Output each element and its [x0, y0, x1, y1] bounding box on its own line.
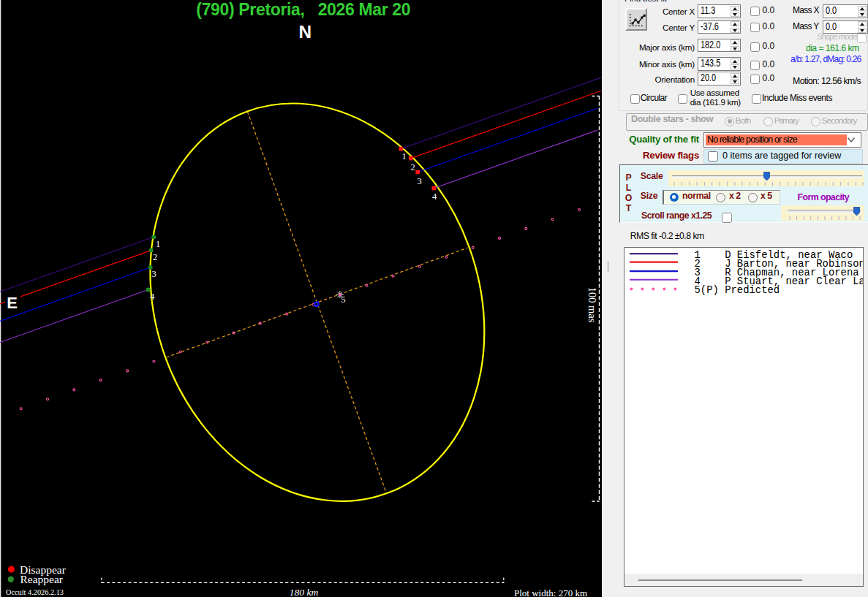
svg-text:5(P) Predicted: 5(P) Predicted: [695, 284, 780, 296]
svg-text:1: 1: [156, 239, 160, 249]
svg-text:N: N: [298, 22, 312, 42]
svg-text:3: 3: [418, 176, 422, 186]
svg-text:Reappear: Reappear: [20, 573, 64, 585]
svg-text:4: 4: [150, 292, 155, 302]
svg-text:2: 2: [411, 162, 415, 172]
svg-text:(790) Pretoria, 2026 Mar 20: (790) Pretoria, 2026 Mar 20: [196, 0, 410, 19]
svg-text:4: 4: [432, 191, 437, 202]
svg-text:Occult 4.2026.2.13: Occult 4.2026.2.13: [6, 588, 64, 596]
svg-text:Plot width: 270 km: Plot width: 270 km: [514, 588, 587, 597]
svg-text:1: 1: [402, 151, 407, 161]
svg-text:E: E: [7, 294, 18, 312]
svg-text:3: 3: [152, 269, 156, 279]
svg-text:2: 2: [153, 252, 157, 262]
svg-text:180 km: 180 km: [290, 587, 319, 597]
svg-text:5: 5: [341, 294, 345, 305]
svg-text:100 mas: 100 mas: [586, 287, 598, 323]
